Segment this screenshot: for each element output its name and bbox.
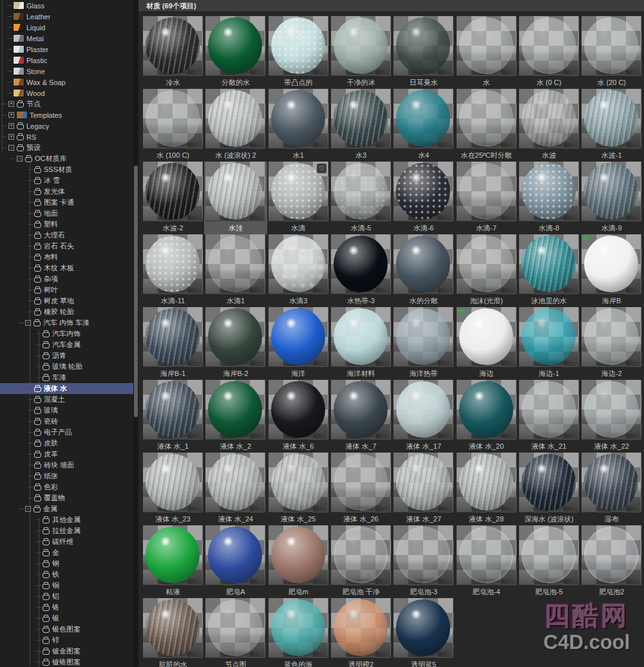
material-item[interactable]: 日耳曼水 xyxy=(392,16,455,89)
sidebar-tree-item[interactable]: Glass xyxy=(0,0,133,11)
sidebar-tree-item[interactable]: 铁 xyxy=(0,569,133,580)
material-item[interactable]: 肥皂泡2 xyxy=(580,525,643,598)
sidebar-tree-item[interactable]: 银色图案 xyxy=(0,624,133,635)
material-item[interactable]: 水 xyxy=(455,16,517,89)
favorite-heart-icon[interactable]: ♡ xyxy=(317,164,327,173)
material-item[interactable]: 水滴1 xyxy=(204,234,267,307)
material-item[interactable]: 水 (100 C) xyxy=(142,89,204,162)
material-item[interactable]: 液体 水_21 xyxy=(518,380,580,453)
material-item[interactable]: 水 (20 C) xyxy=(580,16,643,89)
material-item[interactable]: 水3 xyxy=(330,89,392,162)
sidebar-tree-item[interactable]: 镀铬图案 xyxy=(0,657,133,667)
material-item[interactable]: 透明橙2 xyxy=(330,598,392,667)
material-item[interactable]: 液体 水_25 xyxy=(267,453,330,525)
sidebar-tree-item[interactable]: 岩石 石头 xyxy=(0,241,133,252)
material-item[interactable]: 水热带-3 xyxy=(330,234,392,307)
material-item[interactable]: 肥皂泡-4 xyxy=(455,525,517,598)
material-item[interactable]: 肥皂m xyxy=(267,525,330,598)
sidebar-tree-item[interactable]: 其他金属 xyxy=(0,514,133,525)
sidebar-tree-item[interactable]: Stone xyxy=(0,66,133,77)
sidebar-tree-item[interactable]: 大理石 xyxy=(0,230,133,241)
material-item[interactable]: 海洋材料 xyxy=(330,307,392,380)
expand-plus-icon[interactable]: + xyxy=(8,101,14,107)
material-item[interactable]: 海洋 xyxy=(267,307,330,380)
sidebar-tree-item[interactable]: 发光体 xyxy=(0,186,133,197)
sidebar-tree-item[interactable]: 电子产品 xyxy=(0,427,133,438)
material-item[interactable]: 分散的水 xyxy=(204,16,267,89)
scrollbar-thumb[interactable] xyxy=(134,165,138,417)
material-item[interactable]: 水滴-7 xyxy=(455,162,517,234)
sidebar-tree-item[interactable]: +RS xyxy=(0,131,133,142)
sidebar-tree-item[interactable]: -汽车 内饰 车漆 xyxy=(0,317,133,328)
collapse-minus-icon[interactable]: - xyxy=(25,506,31,512)
material-item[interactable]: 肥皂泡-3 xyxy=(392,525,455,598)
material-item[interactable]: 海岸B-1 xyxy=(142,307,204,380)
material-item[interactable]: 液体 水_22 xyxy=(580,380,643,453)
sidebar-scrollbar[interactable] xyxy=(133,0,138,667)
material-item[interactable]: 海岸B-2 xyxy=(204,307,267,380)
material-item[interactable]: 水波-1 xyxy=(580,89,643,162)
material-item[interactable]: ♡ 水滴 xyxy=(267,162,330,234)
collapse-minus-icon[interactable]: - xyxy=(17,156,23,162)
sidebar-tree-item[interactable]: 覆盖物 xyxy=(0,493,133,503)
sidebar-tree-item[interactable]: 布料 xyxy=(0,252,133,263)
material-item[interactable]: 液体 水_26 xyxy=(330,453,392,525)
material-item[interactable]: 液体 水_23 xyxy=(142,453,204,525)
material-item[interactable]: 水滴-6 xyxy=(392,162,455,234)
material-item[interactable]: 干净的冰 xyxy=(330,16,392,89)
sidebar-tree-item[interactable]: Leather xyxy=(0,11,133,22)
sidebar-tree-item[interactable]: SSS材质 xyxy=(0,164,133,175)
sidebar-tree-item[interactable]: 砖块 墙面 xyxy=(0,460,133,471)
sidebar-tree-item[interactable]: Plaster xyxy=(0,44,133,55)
sidebar-tree-item[interactable]: 塑料 xyxy=(0,219,133,230)
material-item[interactable]: 水滴-9 xyxy=(580,162,643,234)
material-item[interactable]: 水波-2 xyxy=(142,162,204,234)
material-item[interactable]: 液体 水_27 xyxy=(392,453,455,525)
material-item[interactable]: 透明蓝5 xyxy=(392,598,455,667)
sidebar-tree-item[interactable]: Wood xyxy=(0,88,133,99)
material-item[interactable]: 液体 水_1 xyxy=(142,380,204,453)
sidebar-tree-item[interactable]: 沥青 xyxy=(0,350,133,361)
material-item[interactable]: 水滴3 xyxy=(267,234,330,307)
sidebar-tree-item[interactable]: 银 xyxy=(0,613,133,624)
sidebar-tree-item[interactable]: 车漆 xyxy=(0,372,133,383)
material-item[interactable]: 水波 xyxy=(518,89,580,162)
material-item[interactable]: 冷水 xyxy=(142,16,204,89)
sidebar-tree-item[interactable]: 铝 xyxy=(0,591,133,602)
sidebar-tree-item[interactable]: 铬 xyxy=(0,602,133,613)
sidebar-tree-item[interactable]: -预设 xyxy=(0,142,133,153)
sidebar-tree-item[interactable]: Metal xyxy=(0,33,133,44)
material-item[interactable]: 肥皂泡 干净 xyxy=(330,525,392,598)
sidebar-tree-item[interactable]: 图案 卡通 xyxy=(0,197,133,208)
sidebar-tree-item[interactable]: 铜 xyxy=(0,580,133,591)
sidebar-tree-item[interactable]: 碳纤维 xyxy=(0,536,133,547)
sidebar-tree-item[interactable]: 皮肤 xyxy=(0,438,133,449)
sidebar-tree-item[interactable]: 液体 水 xyxy=(0,383,133,394)
material-item[interactable]: 海边-1 xyxy=(518,307,580,380)
sidebar-tree-item[interactable]: 色彩 xyxy=(0,482,133,493)
expand-plus-icon[interactable]: + xyxy=(8,112,14,118)
material-item[interactable]: 海边 xyxy=(455,307,517,380)
sidebar-tree-item[interactable]: 橡胶 轮胎 xyxy=(0,306,133,317)
material-item[interactable]: 带凸点的 xyxy=(267,16,330,89)
material-item[interactable]: 水的分散 xyxy=(392,234,455,307)
collapse-minus-icon[interactable]: - xyxy=(25,320,31,326)
sidebar-tree-item[interactable]: 地面 xyxy=(0,208,133,219)
material-item[interactable]: 湿布 xyxy=(580,453,643,525)
sidebar-tree-item[interactable]: 树叶 xyxy=(0,285,133,296)
sidebar-tree-item[interactable]: 金 xyxy=(0,547,133,558)
sidebar-tree-item[interactable]: 冰 雪 xyxy=(0,175,133,186)
material-item[interactable]: 水滴-5 xyxy=(330,162,392,234)
material-item[interactable]: 水洼 xyxy=(204,162,267,234)
expand-plus-icon[interactable]: + xyxy=(8,123,14,129)
sidebar-tree-item[interactable]: 杂项 xyxy=(0,274,133,285)
material-item[interactable]: 液体 水_17 xyxy=(392,380,455,453)
material-item[interactable]: 液体 水_20 xyxy=(455,380,517,453)
material-item[interactable]: 泡沫(光滑) xyxy=(455,234,517,307)
sidebar-tree-item[interactable]: 纸张 xyxy=(0,471,133,482)
material-item[interactable]: 水 (0 C) xyxy=(518,16,580,89)
material-item[interactable]: 液体 水_28 xyxy=(455,453,517,525)
material-item[interactable]: 液体 水_2 xyxy=(204,380,267,453)
sidebar-tree-item[interactable]: Liquid xyxy=(0,22,133,33)
material-item[interactable]: 液体 水_6 xyxy=(267,380,330,453)
